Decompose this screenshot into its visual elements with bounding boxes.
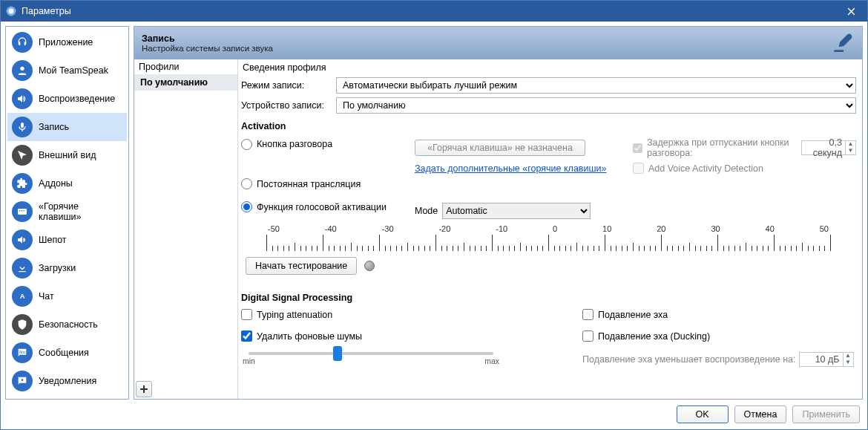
page-header: Запись Настройка системы записи звука [134,27,862,59]
sidebar-item-label: Аддоны [39,178,73,189]
vad-radio[interactable]: Функция голосовой активации [241,201,404,212]
sidebar-item-application[interactable]: Приложение [7,28,127,56]
svg-text:A: A [20,293,25,300]
mic-large-icon [831,31,855,55]
continuous-radio-input[interactable] [241,178,252,189]
sidebar-item-addons[interactable]: Аддоны [7,169,127,198]
sidebar-item-hotkeys[interactable]: «Горячие клавиши» [7,198,127,226]
plus-icon [139,385,148,394]
activation-heading: Activation [241,121,856,131]
keyboard-icon [12,201,33,222]
svg-rect-4 [19,210,20,211]
sidebar-item-label: Запись [39,122,69,132]
continuous-radio[interactable]: Постоянная трансляция [241,178,404,189]
sidebar-item-playback[interactable]: Воспроизведение [7,85,127,113]
headset-icon [12,32,33,53]
svg-point-9 [22,379,24,381]
sidebar-item-label: Чат [39,291,54,302]
arrow-icon [12,145,33,166]
ptt-delay-label: Задержка при отпускании кнопки разговора… [647,137,794,158]
notification-icon [12,371,33,391]
vad-label: Функция голосовой активации [257,202,387,212]
sidebar-item-label: Уведомления [39,376,96,386]
echo-ducking-checkbox[interactable]: Подавление эха (Ducking) [582,330,856,342]
reduce-label: Подавление эха уменьшает воспроизведение… [582,354,796,365]
sidebar-item-downloads[interactable]: Загрузки [7,254,127,282]
shield-icon [12,314,33,335]
sidebar-item-label: Мой TeamSpeak [39,65,108,76]
settings-sidebar: Приложение Мой TeamSpeak Воспроизведение… [5,26,129,400]
ptt-radio[interactable]: Кнопка разговора [241,139,404,150]
add-vad-label: Add Voice Activity Detection [648,163,763,174]
sidebar-item-security[interactable]: Безопасность [7,310,127,339]
capture-mode-select[interactable]: Автоматически выбирать лучший режим [336,77,856,94]
sidebar-item-label: Шепот [39,235,67,245]
noise-slider[interactable]: minmax [241,352,568,365]
capture-device-label: Устройство записи: [241,100,332,111]
sidebar-item-notifications[interactable]: Уведомления [7,367,127,395]
sidebar-item-capture[interactable]: Запись [7,113,127,141]
sidebar-item-label: «Горячие клавиши» [39,201,122,222]
svg-rect-3 [18,209,27,215]
echo-cancel-checkbox[interactable]: Подавление эха [582,309,856,320]
sidebar-item-whisper[interactable]: Шепот [7,226,127,254]
page-title: Запись [142,33,273,44]
whisper-icon [12,229,33,250]
threshold-ruler: -50-40-30-20-1001020304050 [266,224,830,251]
vad-radio-input[interactable] [241,201,252,212]
capture-mode-label: Режим записи: [241,80,332,91]
close-button[interactable] [835,1,867,22]
sidebar-item-label: Воспроизведение [39,94,115,104]
ptt-radio-input[interactable] [241,139,252,150]
continuous-label: Постоянная трансляция [257,179,361,189]
sidebar-item-label: Загрузки [39,263,76,273]
ptt-label: Кнопка разговора [257,139,332,149]
sidebar-item-appearance[interactable]: Внешний вид [7,141,127,169]
ptt-delay-down[interactable]: ▼ [845,148,855,154]
download-icon [12,258,33,278]
sidebar-item-label: Безопасность [39,319,98,330]
add-vad-checkbox [633,163,644,174]
sidebar-item-label: Приложение [39,37,93,48]
test-led-icon [364,261,375,271]
cancel-button[interactable]: Отмена [734,405,787,423]
noise-slider-thumb[interactable] [333,346,342,361]
sidebar-item-messages[interactable]: Abc Сообщения [7,339,127,367]
hotkey-button[interactable]: «Горячая клавиша» не назначена [415,140,585,156]
begin-test-button[interactable]: Начать тестирование [246,257,357,275]
speaker-icon [12,88,33,109]
profiles-column: Профили По умолчанию [134,59,238,399]
svg-text:Abc: Abc [19,350,26,354]
svg-rect-6 [23,210,24,211]
more-hotkeys-link[interactable]: Задать дополнительные «горячие клавиши» [415,163,606,174]
svg-rect-5 [22,210,22,211]
profiles-heading: Профили [134,59,237,74]
svg-point-1 [9,9,14,14]
remove-noise-checkbox[interactable]: Удалить фоновые шумы [241,330,568,342]
add-profile-button[interactable] [136,381,152,397]
window-title: Параметры [22,6,835,16]
typing-attenuation-checkbox[interactable]: Typing attenuation [241,309,568,320]
ptt-delay-value: 0,3 секунд [802,137,845,158]
dsp-heading: Digital Signal Processing [241,293,856,303]
mode-label: Mode [415,206,438,216]
ok-button[interactable]: OK [677,405,729,423]
puzzle-icon [12,173,33,194]
apply-button: Применить [792,405,860,423]
reduce-down[interactable]: ▼ [843,359,853,366]
ptt-delay-checkbox [633,143,642,154]
sidebar-item-label: Сообщения [39,348,89,358]
svg-point-2 [20,67,24,71]
vad-mode-select[interactable]: Automatic [442,203,591,219]
message-icon: Abc [12,342,33,363]
page-subtitle: Настройка системы записи звука [142,44,273,53]
mic-icon [12,117,33,137]
app-icon [5,5,17,17]
svg-rect-10 [834,50,844,52]
close-icon [847,7,855,16]
capture-device-select[interactable]: По умолчанию [336,97,856,114]
chat-icon: A [12,286,33,307]
sidebar-item-chat[interactable]: A Чат [7,282,127,310]
profile-default[interactable]: По умолчанию [134,74,237,91]
sidebar-item-my-teamspeak[interactable]: Мой TeamSpeak [7,56,127,85]
